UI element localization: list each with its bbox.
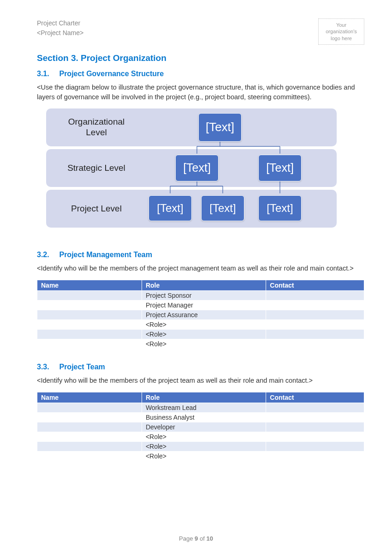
cell-role: <Role>: [142, 451, 266, 461]
col-name: Name: [37, 392, 142, 403]
table-row: <Role>: [37, 451, 364, 461]
cell-contact: [266, 290, 364, 300]
cell-role: Project Assurance: [142, 310, 266, 319]
table-row: Workstream Lead: [37, 403, 364, 412]
footer-total: 10: [206, 535, 213, 542]
footer-of: of: [198, 535, 206, 542]
subsection-number: 3.1.: [37, 70, 57, 78]
col-role: Role: [142, 392, 266, 403]
governance-orgchart: Organizational Level Strategic Level Pro…: [46, 108, 337, 228]
cell-role: Workstream Lead: [142, 403, 266, 412]
org-node-strategic-2: [Text]: [258, 155, 302, 181]
cell-name: [37, 310, 142, 319]
cell-contact: [266, 422, 364, 432]
management-team-table: Name Role Contact Project Sponsor Projec…: [37, 280, 364, 349]
cell-name: [37, 412, 142, 422]
subsection-3-3-body: <Identify who will be the members of the…: [37, 376, 364, 385]
cell-name: [37, 329, 142, 339]
table-row: <Role>: [37, 319, 364, 329]
section-title: Section 3. Project Organization: [37, 53, 364, 63]
table-row: <Role>: [37, 432, 364, 441]
cell-contact: [266, 412, 364, 422]
table-row: Project Sponsor: [37, 290, 364, 300]
cell-name: [37, 290, 142, 300]
cell-name: [37, 300, 142, 310]
cell-contact: [266, 300, 364, 310]
subsection-number: 3.2.: [37, 251, 57, 259]
table-row: <Role>: [37, 329, 364, 339]
subsection-heading: Project Team: [59, 363, 105, 371]
page-header: Project Charter <Project Name> Your orga…: [37, 18, 364, 45]
cell-role: Developer: [142, 422, 266, 432]
cell-name: [37, 403, 142, 412]
cell-contact: [266, 319, 364, 329]
cell-role: Business Analyst: [142, 412, 266, 422]
subsection-3-1-body: <Use the diagram below to illustrate the…: [37, 83, 364, 102]
subsection-3-2-body: <Identify who will be the members of the…: [37, 264, 364, 273]
cell-role: Project Manager: [142, 300, 266, 310]
cell-name: [37, 319, 142, 329]
cell-role: Project Sponsor: [142, 290, 266, 300]
cell-name: [37, 451, 142, 461]
col-contact: Contact: [266, 280, 364, 290]
table-header-row: Name Role Contact: [37, 280, 364, 290]
table-row: Project Assurance: [37, 310, 364, 319]
subsection-3-3: 3.3. Project Team: [37, 363, 364, 371]
cell-name: [37, 339, 142, 349]
org-node-project-2: [Text]: [201, 195, 244, 221]
org-node-project-1: [Text]: [148, 195, 192, 221]
col-name: Name: [37, 280, 142, 290]
doc-title-line2: <Project Name>: [37, 28, 83, 38]
cell-contact: [266, 329, 364, 339]
cell-contact: [266, 310, 364, 319]
cell-name: [37, 422, 142, 432]
cell-role: <Role>: [142, 319, 266, 329]
subsection-heading: Project Management Team: [59, 251, 152, 259]
doc-title-line1: Project Charter: [37, 18, 83, 28]
table-header-row: Name Role Contact: [37, 392, 364, 403]
header-left: Project Charter <Project Name>: [37, 18, 83, 38]
band-label-strategic: Strategic Level: [57, 163, 136, 174]
cell-role: <Role>: [142, 441, 266, 451]
col-role: Role: [142, 280, 266, 290]
table-row: Project Manager: [37, 300, 364, 310]
cell-name: [37, 432, 142, 441]
band-organizational: Organizational Level: [46, 108, 337, 146]
table-row: Business Analyst: [37, 412, 364, 422]
cell-role: <Role>: [142, 339, 266, 349]
project-team-table: Name Role Contact Workstream Lead Busine…: [37, 392, 364, 461]
footer-prefix: Page: [179, 535, 195, 542]
cell-role: <Role>: [142, 432, 266, 441]
table-row: Developer: [37, 422, 364, 432]
subsection-3-1: 3.1. Project Governance Structure: [37, 70, 364, 78]
subsection-3-2: 3.2. Project Management Team: [37, 251, 364, 259]
cell-contact: [266, 441, 364, 451]
table-row: <Role>: [37, 339, 364, 349]
org-node-top: [Text]: [198, 113, 242, 142]
band-label-project: Project Level: [57, 204, 136, 214]
band-label-organizational: Organizational Level: [57, 117, 136, 138]
cell-contact: [266, 403, 364, 412]
page-footer: Page 9 of 10: [0, 535, 392, 542]
table-row: <Role>: [37, 441, 364, 451]
logo-placeholder: Your organization's logo here: [318, 18, 364, 45]
cell-contact: [266, 432, 364, 441]
org-node-strategic-1: [Text]: [175, 155, 219, 181]
subsection-heading: Project Governance Structure: [59, 70, 164, 78]
cell-contact: [266, 451, 364, 461]
cell-name: [37, 441, 142, 451]
cell-contact: [266, 339, 364, 349]
col-contact: Contact: [266, 392, 364, 403]
subsection-number: 3.3.: [37, 363, 57, 371]
document-page: Project Charter <Project Name> Your orga…: [0, 0, 392, 489]
org-node-project-3: [Text]: [258, 195, 302, 221]
cell-role: <Role>: [142, 329, 266, 339]
